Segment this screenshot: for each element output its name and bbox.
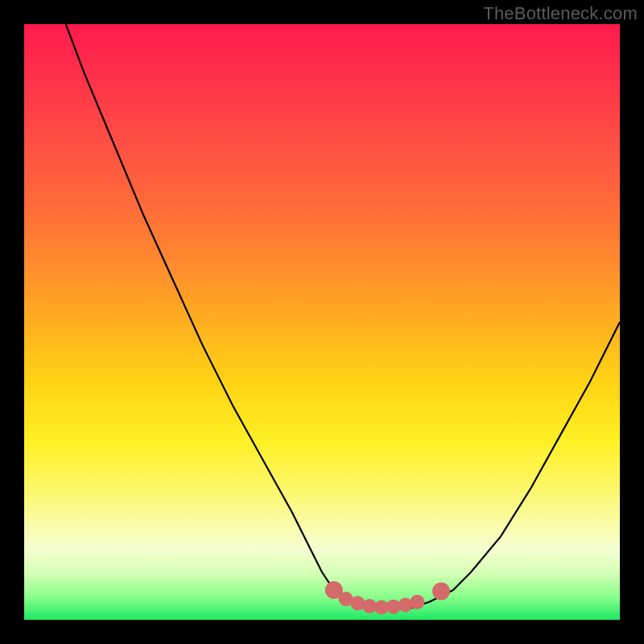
optimal-range-markers [325,581,450,615]
watermark-text: TheBottleneck.com [483,3,638,24]
bottleneck-curve [66,24,620,608]
optimal-marker [410,595,424,609]
plot-area [24,24,620,620]
curve-layer [24,24,620,620]
optimal-marker [432,583,450,601]
chart-frame: TheBottleneck.com [0,0,644,644]
